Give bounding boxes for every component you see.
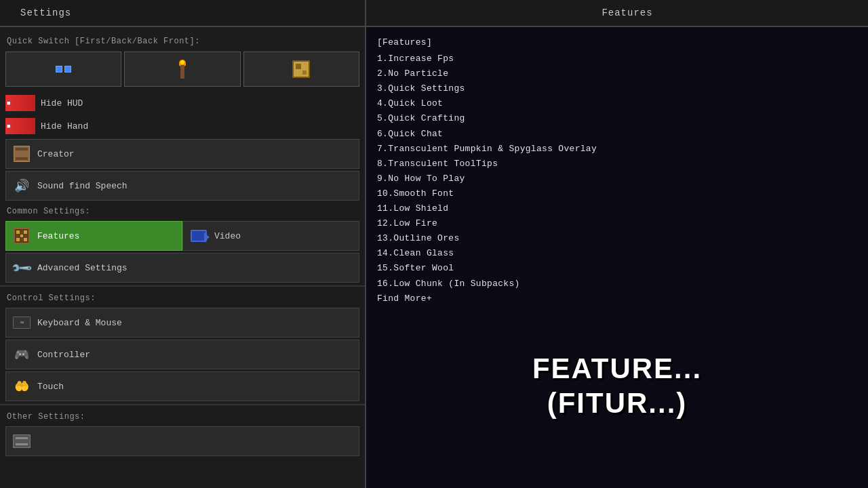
feature-item-15: 15.Softer Wool <box>377 261 857 276</box>
feature-item-2: 2.No Particle <box>377 66 857 81</box>
feature-item-13: 13.Outline Ores <box>377 231 857 246</box>
hide-hand-row: ■ Hide Hand <box>0 115 365 137</box>
creator-label: Creator <box>37 149 75 159</box>
feature-item-16: 16.Low Chunk (In Subpacks) <box>377 277 857 291</box>
feature-big-text: FEATURE... (FITUR...) <box>532 352 702 420</box>
quick-switch-map[interactable] <box>243 52 359 87</box>
feature-big-line2: (FITUR...) <box>532 386 702 420</box>
creator-menu-item[interactable]: Creator <box>5 139 359 169</box>
other-item-1[interactable] <box>5 426 359 456</box>
feature-item-4: 4.Quick Loot <box>377 96 857 111</box>
left-panel: Quick Switch [First/Back/Back Front]: <box>0 27 366 488</box>
sound-label: Sound find Speech <box>37 181 127 191</box>
advanced-settings-label: Advanced Settings <box>37 263 127 273</box>
right-panel: [Features] 1.Increase Fps 2.No Particle … <box>366 27 868 488</box>
features-list-header: [Features] <box>377 35 857 50</box>
quick-switch-row <box>0 49 365 89</box>
feature-item-11: 11.Low Shield <box>377 201 857 216</box>
features-menu-item[interactable]: Features <box>5 221 182 251</box>
quick-switch-header: Quick Switch [First/Back/Back Front]: <box>0 33 365 49</box>
video-menu-item[interactable]: Video <box>182 221 359 251</box>
hide-hud-toggle[interactable]: ■ <box>5 95 35 111</box>
torch-icon <box>178 60 187 79</box>
other-icon <box>13 432 31 450</box>
feature-item-8: 8.Transculent ToolTips <box>377 157 857 171</box>
controller-icon: 🎮 <box>13 346 31 363</box>
hide-hand-toggle[interactable]: ■ <box>5 118 35 134</box>
controller-label: Controller <box>37 350 90 360</box>
feature-item-14: 14.Clean Glass <box>377 246 857 261</box>
creator-icon <box>13 145 31 163</box>
common-settings-header: Common Settings: <box>0 203 365 219</box>
feature-item-9: 9.No How To Play <box>377 171 857 186</box>
feature-big-line1: FEATURE... <box>532 352 702 386</box>
quick-switch-torch[interactable] <box>124 52 240 87</box>
feature-item-6: 6.Quick Chat <box>377 127 857 142</box>
features-icon <box>13 227 31 245</box>
main-content: Quick Switch [First/Back/Back Front]: <box>0 27 868 488</box>
feature-item-7: 7.Transculent Pumpkin & Spyglass Overlay <box>377 142 857 157</box>
features-label: Features <box>37 231 79 241</box>
keyboard-menu-item[interactable]: ⌨ Keyboard & Mouse <box>5 308 359 338</box>
feature-item-3: 3.Quick Settings <box>377 81 857 96</box>
video-icon <box>190 227 208 245</box>
other-label <box>37 436 43 447</box>
map-icon <box>292 60 310 78</box>
controller-menu-item[interactable]: 🎮 Controller <box>5 340 359 369</box>
feature-find-more: Find More+ <box>377 291 857 306</box>
hide-hud-label: Hide HUD <box>41 98 83 108</box>
other-settings-header: Other Settings: <box>0 408 365 424</box>
settings-title: Settings <box>0 0 366 26</box>
touch-menu-item[interactable]: 🤲 Touch <box>5 371 359 401</box>
keyboard-icon: ⌨ <box>13 314 31 331</box>
wrench-icon: 🔧 <box>13 259 31 277</box>
control-settings-header: Control Settings: <box>0 289 365 306</box>
feature-item-5: 5.Quick Crafting <box>377 111 857 126</box>
features-list: [Features] 1.Increase Fps 2.No Particle … <box>377 35 857 306</box>
sub-icon <box>13 434 31 448</box>
feature-item-10: 10.Smooth Font <box>377 186 857 201</box>
touch-label: Touch <box>37 382 64 392</box>
feature-item-1: 1.Increase Fps <box>377 52 857 66</box>
features-title: Features <box>366 7 868 18</box>
hud-icon <box>53 64 75 75</box>
quick-switch-hud[interactable] <box>5 52 121 87</box>
common-settings-row: Features Video <box>5 221 359 251</box>
divider-2 <box>0 404 365 405</box>
title-bar: Settings Features <box>0 0 868 27</box>
keyboard-label: Keyboard & Mouse <box>37 318 122 328</box>
hide-hud-row: ■ Hide HUD <box>0 92 365 114</box>
divider-1 <box>0 285 365 287</box>
touch-icon: 🤲 <box>13 378 31 395</box>
hide-hand-label: Hide Hand <box>41 121 88 131</box>
sound-icon: 🔊 <box>13 177 31 195</box>
video-label: Video <box>214 231 241 241</box>
advanced-settings-menu-item[interactable]: 🔧 Advanced Settings <box>5 253 359 283</box>
sound-menu-item[interactable]: 🔊 Sound find Speech <box>5 171 359 201</box>
feature-item-12: 12.Low Fire <box>377 216 857 231</box>
